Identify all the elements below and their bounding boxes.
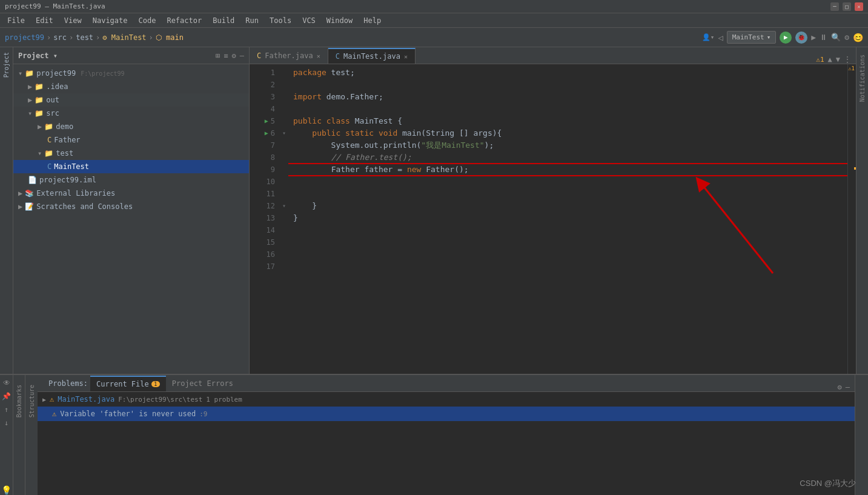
breadcrumb-sep1: › bbox=[47, 33, 51, 42]
fold-10 bbox=[280, 176, 288, 188]
tab-scroll-up[interactable]: ▲ bbox=[828, 55, 832, 64]
code-line-4 bbox=[288, 103, 847, 115]
tree-item-iml[interactable]: 📄 project99.iml bbox=[13, 173, 249, 187]
menu-navigate[interactable]: Navigate bbox=[88, 15, 133, 26]
bottom-tab-current-file[interactable]: Current File 1 bbox=[90, 376, 166, 391]
settings-button[interactable]: ⚙ bbox=[844, 33, 849, 42]
toolbar-avatar-icon[interactable]: 👤▾ bbox=[702, 33, 715, 41]
code-indent-6 bbox=[293, 127, 312, 139]
breadcrumb-src[interactable]: src bbox=[53, 33, 67, 42]
class-icon-maintest: C bbox=[47, 162, 51, 171]
code-line-1: package test; bbox=[288, 67, 847, 79]
tree-item-src[interactable]: ▾ 📁 src bbox=[13, 107, 249, 120]
menu-tools[interactable]: Tools bbox=[265, 15, 296, 26]
breadcrumb-test[interactable]: test bbox=[76, 33, 93, 42]
bottom-icon-scroll-up[interactable]: ↑ bbox=[4, 405, 8, 414]
search-button[interactable]: 🔍 bbox=[831, 33, 841, 42]
fold-6[interactable]: ▾ bbox=[280, 127, 288, 139]
minimize-button[interactable]: ─ bbox=[830, 2, 839, 11]
run-gutter-5[interactable]: ▶ bbox=[265, 115, 268, 127]
line-num-4: 4 bbox=[250, 103, 275, 115]
tab-scroll-down[interactable]: ▼ bbox=[836, 55, 840, 64]
bottom-icon-pin[interactable]: 📌 bbox=[2, 392, 11, 400]
warning-icon: ⚠ bbox=[50, 395, 54, 404]
breadcrumb-project[interactable]: project99 bbox=[5, 33, 44, 42]
problem-detail-row[interactable]: ⚠ Variable 'father' is never used :9 bbox=[38, 407, 855, 421]
menu-run[interactable]: Run bbox=[240, 15, 263, 26]
app-container: project99 – MainTest.java ─ □ ✕ File Edi… bbox=[0, 0, 868, 495]
keyword-void: void bbox=[379, 127, 397, 139]
file-expand-icon[interactable]: ▶ bbox=[42, 396, 46, 403]
menu-build[interactable]: Build bbox=[208, 15, 239, 26]
code-content[interactable]: package test; import demo.Father; public… bbox=[288, 64, 847, 374]
problem-file-path: F:\project99\src\test bbox=[118, 396, 202, 404]
run-button[interactable]: ▶ bbox=[780, 32, 792, 44]
tree-label-out: out bbox=[46, 96, 59, 104]
tab-maintest-java[interactable]: C MainTest.java ✕ bbox=[328, 48, 416, 64]
menu-edit[interactable]: Edit bbox=[31, 15, 58, 26]
tab-close-father[interactable]: ✕ bbox=[317, 53, 320, 59]
line-num-5: ▶ 5 bbox=[250, 115, 275, 127]
class-icon-father: C bbox=[47, 136, 51, 144]
notifications-label[interactable]: Notifications bbox=[859, 55, 866, 102]
problem-file-name[interactable]: MainTest.java bbox=[58, 395, 114, 404]
tree-label-iml: project99.iml bbox=[39, 176, 96, 184]
run-gutter-6[interactable]: ▶ bbox=[265, 127, 268, 139]
expand-icon-out: ▶ bbox=[28, 96, 32, 104]
menu-code[interactable]: Code bbox=[134, 15, 161, 26]
fold-12[interactable]: ▾ bbox=[280, 200, 288, 212]
panel-collapse-icon[interactable]: ≡ bbox=[224, 51, 228, 60]
menu-file[interactable]: File bbox=[2, 15, 30, 26]
tree-item-out[interactable]: ▶ 📁 out bbox=[13, 93, 249, 107]
tab-right-controls: ⚠1 ▲ ▼ ⋮ bbox=[811, 55, 856, 64]
bottom-icon-eye[interactable]: 👁 bbox=[3, 379, 10, 387]
tree-item-maintest[interactable]: C MainTest bbox=[13, 160, 249, 173]
breadcrumb-main[interactable]: ⬡ main bbox=[156, 33, 184, 42]
bottom-settings-icon[interactable]: ⚙ bbox=[838, 383, 842, 391]
panel-close-icon[interactable]: — bbox=[240, 51, 244, 60]
panel-layout-icon[interactable]: ⊞ bbox=[216, 51, 220, 60]
title-bar-text: project99 – MainTest.java bbox=[5, 2, 105, 10]
maximize-button[interactable]: □ bbox=[843, 2, 851, 11]
code-line-15 bbox=[288, 236, 847, 248]
structure-label[interactable]: Structure bbox=[28, 385, 35, 417]
project-strip-icon[interactable]: Project bbox=[3, 50, 10, 80]
menu-help[interactable]: Help bbox=[359, 15, 386, 26]
tab-more-icon[interactable]: ⋮ bbox=[844, 55, 851, 64]
tree-item-test[interactable]: ▾ 📁 test bbox=[13, 147, 249, 160]
menu-view[interactable]: View bbox=[59, 15, 87, 26]
tree-label-maintest: MainTest bbox=[54, 162, 89, 171]
bottom-close-icon[interactable]: — bbox=[846, 383, 850, 391]
tree-item-external-libs[interactable]: ▶ 📚 External Libraries bbox=[13, 187, 249, 200]
expand-icon-test: ▾ bbox=[38, 149, 42, 158]
code-indent-7: System.out.println( bbox=[293, 139, 421, 151]
panel-settings-icon[interactable]: ⚙ bbox=[232, 51, 236, 60]
run-config-dropdown[interactable]: MainTest ▾ bbox=[727, 31, 777, 44]
breadcrumb-maintest[interactable]: ⚙ MainTest bbox=[102, 33, 146, 42]
bottom-icon-scroll-down[interactable]: ↓ bbox=[4, 419, 8, 427]
toolbar: project99 › src › test › ⚙ MainTest › ⬡ … bbox=[0, 28, 868, 47]
menu-window[interactable]: Window bbox=[322, 15, 357, 26]
toolbar-back-icon[interactable]: ◁ bbox=[718, 33, 723, 42]
line-num-16: 16 bbox=[250, 248, 275, 261]
coverage-button[interactable]: ▶ bbox=[811, 33, 816, 42]
bookmarks-label[interactable]: Bookmarks bbox=[16, 385, 22, 417]
tab-close-maintest[interactable]: ✕ bbox=[404, 53, 408, 60]
menu-refactor[interactable]: Refactor bbox=[162, 15, 207, 26]
bottom-icon-bulb[interactable]: 💡 bbox=[1, 485, 12, 495]
menu-vcs[interactable]: VCS bbox=[297, 15, 320, 26]
debug-button[interactable]: 🐞 bbox=[795, 32, 807, 44]
profiler-button[interactable]: ⏸ bbox=[820, 33, 827, 42]
left-strip: Project bbox=[0, 47, 13, 374]
tree-item-scratches[interactable]: ▶ 📝 Scratches and Consoles bbox=[13, 200, 249, 213]
bottom-tab-project-errors[interactable]: Project Errors bbox=[166, 376, 239, 391]
tree-item-project99[interactable]: ▾ 📁 project99 F:\project99 bbox=[13, 67, 249, 80]
tab-father-java[interactable]: C Father.java ✕ bbox=[250, 48, 328, 64]
folder-icon-src: 📁 bbox=[35, 109, 44, 118]
tree-item-idea[interactable]: ▶ 📁 .idea bbox=[13, 80, 249, 93]
run-config-label: MainTest bbox=[732, 33, 764, 41]
close-button[interactable]: ✕ bbox=[855, 2, 863, 11]
tree-item-father[interactable]: C Father bbox=[13, 133, 249, 147]
tree-item-demo[interactable]: ▶ 📁 demo bbox=[13, 120, 249, 133]
face-icon: 😊 bbox=[853, 33, 863, 42]
